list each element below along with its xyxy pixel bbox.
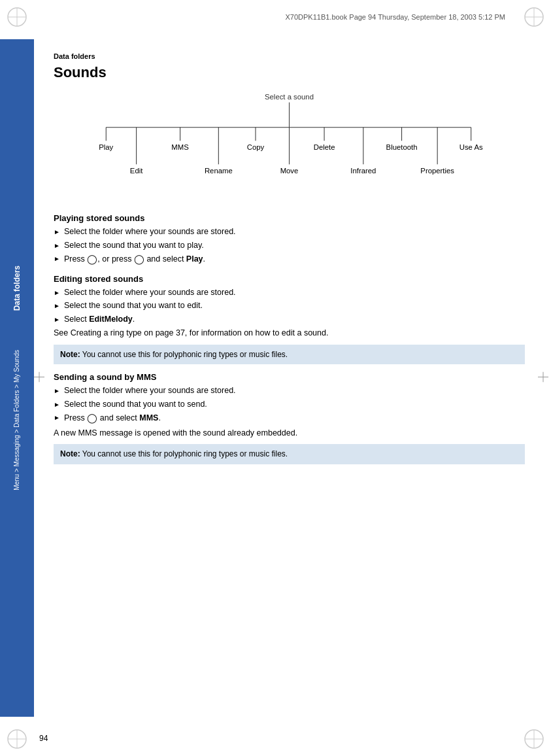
bullet-arrow: ► xyxy=(54,288,60,298)
svg-text:Bluetooth: Bluetooth xyxy=(386,143,418,151)
sidebar: Data folders Menu > Messaging > Data Fol… xyxy=(0,39,34,717)
header-text: X70DPK11B1.book Page 94 Thursday, Septem… xyxy=(285,13,505,21)
list-item: ► Select the folder where your sounds ar… xyxy=(54,226,525,238)
bullet-arrow: ► xyxy=(54,301,60,311)
editing-sounds-para: See Creating a ring type on page 37, for… xyxy=(54,328,525,339)
svg-text:Play: Play xyxy=(99,143,113,151)
sending-mms-title: Sending a sound by MMS xyxy=(54,372,525,382)
editing-sounds-section: Editing stored sounds ► Select the folde… xyxy=(54,274,525,365)
corner-decoration-tr xyxy=(522,5,546,29)
svg-text:Properties: Properties xyxy=(420,167,454,175)
list-item: ► Select the folder where your sounds ar… xyxy=(54,385,525,397)
page-number: 94 xyxy=(39,734,48,743)
list-item: ► Select the sound that you want to send… xyxy=(54,399,525,411)
bullet-arrow: ► xyxy=(54,315,60,324)
editing-sounds-title: Editing stored sounds xyxy=(54,274,525,284)
list-item: ► Select the folder where your sounds ar… xyxy=(54,287,525,299)
svg-text:Select a sound: Select a sound xyxy=(265,93,314,101)
sidebar-top-label: Data folders xyxy=(12,266,22,311)
page-title: Sounds xyxy=(54,64,525,81)
editing-sounds-list: ► Select the folder where your sounds ar… xyxy=(54,287,525,326)
svg-text:Use As: Use As xyxy=(459,143,483,151)
list-item: ► Select the sound that you want to edit… xyxy=(54,300,525,312)
bullet-arrow: ► xyxy=(54,413,60,422)
bullet-arrow: ► xyxy=(54,254,60,264)
playing-sounds-list: ► Select the folder where your sounds ar… xyxy=(54,226,525,266)
list-item-text: Select the folder where your sounds are … xyxy=(64,226,236,238)
left-crosshair xyxy=(34,372,44,385)
svg-text:Infrared: Infrared xyxy=(350,167,376,175)
sending-mms-note: Note: You cannot use this for polyphonic… xyxy=(54,444,525,464)
svg-text:Delete: Delete xyxy=(314,143,335,151)
corner-decoration-br xyxy=(522,727,546,751)
bullet-arrow: ► xyxy=(54,241,60,250)
list-item-text: Select the sound that you want to play. xyxy=(64,240,204,252)
sending-mms-list: ► Select the folder where your sounds ar… xyxy=(54,385,525,425)
bullet-arrow: ► xyxy=(54,387,60,396)
list-item-text: Select the sound that you want to send. xyxy=(64,399,207,411)
list-item-text: Select the folder where your sounds are … xyxy=(64,385,236,397)
list-item: ► Press ◯ and select MMS. xyxy=(54,412,525,425)
playing-sounds-title: Playing stored sounds xyxy=(54,213,525,223)
list-item: ► Select the sound that you want to play… xyxy=(54,240,525,252)
right-crosshair xyxy=(538,372,548,385)
sending-mms-section: Sending a sound by MMS ► Select the fold… xyxy=(54,372,525,464)
corner-decoration-tl xyxy=(5,5,29,29)
list-item-text: Press ◯ and select MMS. xyxy=(64,412,161,425)
main-content: Data folders Sounds Select a sound Play … xyxy=(34,39,551,717)
bullet-arrow: ► xyxy=(54,400,60,409)
corner-decoration-bl xyxy=(5,727,29,751)
sidebar-bottom-label: Menu > Messaging > Data Folders > My Sou… xyxy=(12,350,22,490)
header-bar: X70DPK11B1.book Page 94 Thursday, Septem… xyxy=(39,13,512,21)
svg-text:Rename: Rename xyxy=(205,167,233,175)
svg-text:Move: Move xyxy=(280,167,299,175)
list-item: ► Press ◯, or press ◯ and select Play. xyxy=(54,253,525,266)
editing-sounds-note: Note: You cannot use this for polyphonic… xyxy=(54,345,525,365)
list-item-text: Select EditMelody. xyxy=(64,314,135,326)
bullet-arrow: ► xyxy=(54,228,60,237)
menu-diagram: Select a sound Play MMS Copy Delete Blue… xyxy=(54,90,525,201)
list-item-text: Select the sound that you want to edit. xyxy=(64,300,203,312)
svg-text:Copy: Copy xyxy=(247,143,265,151)
list-item-text: Select the folder where your sounds are … xyxy=(64,287,236,299)
svg-text:Edit: Edit xyxy=(130,167,143,175)
section-heading: Data folders xyxy=(54,52,525,60)
svg-text:MMS: MMS xyxy=(171,143,189,151)
sending-mms-para: A new MMS message is opened with the sou… xyxy=(54,428,525,439)
playing-sounds-section: Playing stored sounds ► Select the folde… xyxy=(54,213,525,266)
list-item-text: Press ◯, or press ◯ and select Play. xyxy=(64,253,205,266)
list-item: ► Select EditMelody. xyxy=(54,314,525,326)
